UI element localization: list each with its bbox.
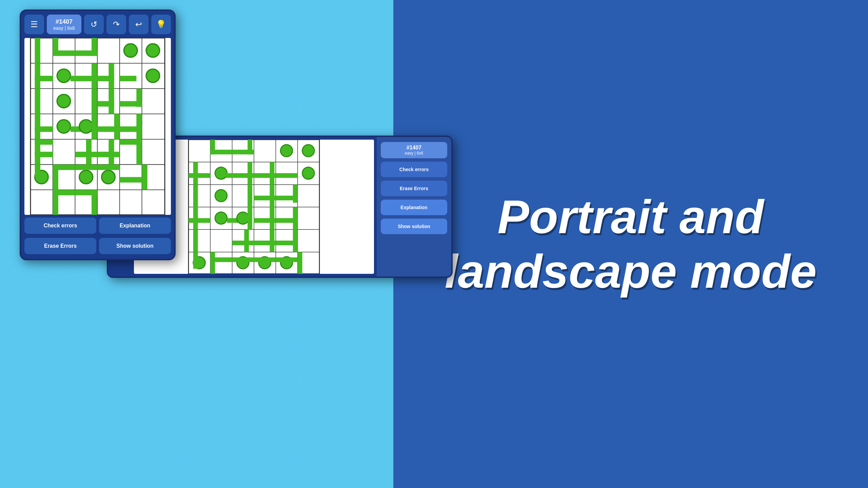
svg-rect-96 xyxy=(193,185,198,207)
svg-rect-130 xyxy=(298,252,302,274)
svg-rect-31 xyxy=(92,88,97,114)
puzzle-id-badge: #1407 easy | 6x6 xyxy=(47,15,81,34)
svg-rect-100 xyxy=(270,185,275,207)
hint-icon: 💡 xyxy=(156,20,166,29)
svg-point-107 xyxy=(237,212,249,224)
svg-rect-56 xyxy=(35,165,40,177)
svg-rect-60 xyxy=(75,165,97,170)
ls-show-solution-button[interactable]: Show solution xyxy=(381,219,447,234)
landscape-right-panel: #1407 easy | 6x6 Check errors Erase Erro… xyxy=(377,137,451,277)
portrait-device: ☰ #1407 easy | 6x6 ↺ ↷ ↩ 💡 xyxy=(20,9,176,260)
svg-rect-88 xyxy=(193,162,198,184)
svg-rect-84 xyxy=(248,140,252,155)
portrait-grid-svg xyxy=(24,38,171,215)
ls-erase-errors-button[interactable]: Erase Errors xyxy=(381,181,447,196)
ls-puzzle-number: #1407 xyxy=(383,145,445,151)
ls-check-errors-button[interactable]: Check errors xyxy=(381,162,447,177)
ls-puzzle-badge: #1407 easy | 6x6 xyxy=(381,142,447,158)
svg-rect-35 xyxy=(136,88,142,107)
svg-point-85 xyxy=(280,145,293,157)
title-line1: Portrait and xyxy=(497,190,764,243)
svg-rect-37 xyxy=(35,126,53,132)
undo-icon: ↩ xyxy=(135,20,142,29)
svg-rect-68 xyxy=(92,190,97,215)
ls-explanation-button[interactable]: Explanation xyxy=(381,200,447,215)
svg-rect-33 xyxy=(108,88,114,114)
svg-point-40 xyxy=(79,120,93,133)
svg-rect-58 xyxy=(53,165,58,190)
svg-rect-93 xyxy=(270,162,275,184)
svg-point-95 xyxy=(302,167,315,179)
svg-rect-129 xyxy=(276,257,297,262)
svg-rect-15 xyxy=(53,38,58,56)
reload-icon: ↺ xyxy=(91,20,97,29)
hint-button[interactable]: 💡 xyxy=(151,15,171,34)
svg-rect-66 xyxy=(53,190,58,215)
svg-point-19 xyxy=(146,44,160,57)
explanation-button[interactable]: Explanation xyxy=(99,218,171,234)
svg-rect-52 xyxy=(108,139,114,165)
svg-rect-104 xyxy=(189,218,210,223)
menu-button[interactable]: ☰ xyxy=(24,15,44,34)
svg-rect-113 xyxy=(193,229,198,252)
menu-icon: ☰ xyxy=(31,20,38,29)
svg-rect-54 xyxy=(136,139,142,165)
svg-rect-119 xyxy=(293,229,298,252)
svg-rect-45 xyxy=(136,114,142,139)
ls-puzzle-level: easy | 6x6 xyxy=(383,151,445,156)
svg-rect-94 xyxy=(276,173,297,178)
reload-button[interactable]: ↺ xyxy=(84,15,104,34)
svg-rect-62 xyxy=(97,165,120,170)
erase-errors-button[interactable]: Erase Errors xyxy=(24,238,96,254)
svg-rect-117 xyxy=(270,229,275,252)
svg-rect-43 xyxy=(114,114,120,139)
svg-rect-27 xyxy=(120,76,137,81)
svg-rect-98 xyxy=(248,185,252,207)
svg-rect-29 xyxy=(35,88,40,114)
svg-rect-112 xyxy=(293,207,298,229)
portrait-bottom-buttons: Check errors Explanation Erase Errors Sh… xyxy=(24,218,171,256)
svg-rect-24 xyxy=(92,63,97,89)
show-solution-button[interactable]: Show solution xyxy=(99,238,171,254)
svg-point-38 xyxy=(57,120,71,133)
svg-rect-13 xyxy=(35,38,40,63)
svg-rect-64 xyxy=(120,177,142,182)
svg-rect-91 xyxy=(248,162,252,184)
svg-point-86 xyxy=(302,145,315,157)
svg-point-97 xyxy=(215,190,227,202)
svg-rect-123 xyxy=(210,257,232,262)
svg-rect-102 xyxy=(293,185,298,203)
svg-rect-108 xyxy=(248,207,252,229)
svg-rect-121 xyxy=(193,252,198,269)
svg-rect-82 xyxy=(210,140,215,155)
svg-point-22 xyxy=(57,69,71,83)
svg-rect-21 xyxy=(35,76,53,81)
forward-button[interactable]: ↷ xyxy=(106,15,126,34)
svg-point-30 xyxy=(57,95,71,108)
svg-rect-17 xyxy=(92,38,97,56)
check-errors-button[interactable]: Check errors xyxy=(24,218,96,234)
svg-rect-51 xyxy=(97,152,120,157)
portrait-toolbar: ☰ #1407 easy | 6x6 ↺ ↷ ↩ 💡 xyxy=(21,11,174,38)
right-panel: Portrait and landscape mode xyxy=(393,0,868,488)
title-container: Portrait and landscape mode xyxy=(393,0,868,488)
svg-rect-127 xyxy=(254,257,276,262)
svg-rect-110 xyxy=(270,207,275,229)
svg-rect-50 xyxy=(86,139,92,165)
main-title: Portrait and landscape mode xyxy=(417,189,844,299)
svg-rect-47 xyxy=(35,152,53,157)
svg-rect-87 xyxy=(189,173,210,178)
svg-point-28 xyxy=(146,69,160,83)
undo-button[interactable]: ↩ xyxy=(129,15,149,34)
svg-rect-41 xyxy=(92,114,97,139)
puzzle-level: easy | 6x6 xyxy=(53,25,75,31)
svg-point-61 xyxy=(102,170,115,184)
svg-rect-115 xyxy=(244,229,249,252)
portrait-grid-area xyxy=(24,38,171,215)
svg-rect-125 xyxy=(232,257,254,262)
puzzle-number: #1407 xyxy=(56,18,73,25)
forward-icon: ↷ xyxy=(113,20,120,29)
svg-rect-114 xyxy=(232,241,254,245)
svg-point-18 xyxy=(124,44,137,57)
svg-rect-48 xyxy=(35,139,53,145)
